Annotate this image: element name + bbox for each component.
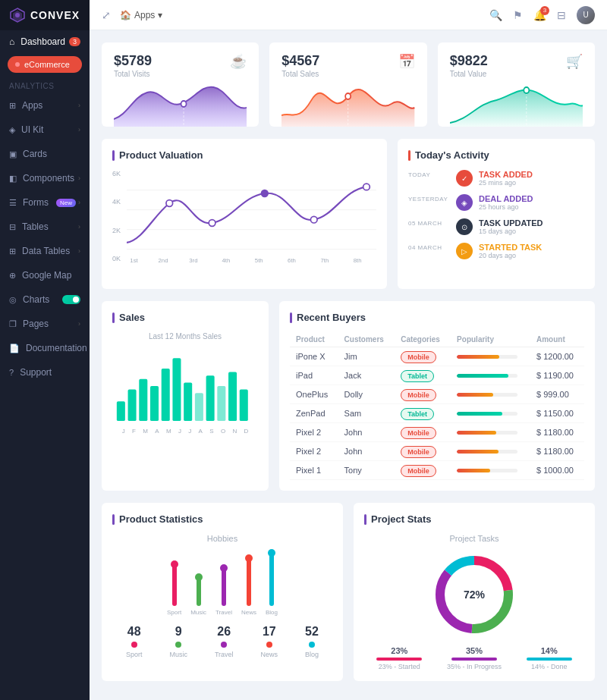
cell-category: Tablet <box>395 404 451 423</box>
svg-point-16 <box>310 216 317 223</box>
svg-rect-37 <box>240 390 248 421</box>
svg-point-15 <box>261 190 268 197</box>
table-row: iPone X Jim Mobile $ 1200.00 <box>290 347 584 366</box>
hobby-column: Blog <box>266 553 278 616</box>
visits-icon: ☕ <box>230 53 247 70</box>
search-icon[interactable]: 🔍 <box>489 9 502 21</box>
activity-text: STARTED TASK 20 days ago <box>479 243 584 259</box>
activity-text: TASK UPDATED 15 days ago <box>479 218 584 235</box>
sidebar-item-ecommerce[interactable]: eCommerce <box>8 56 82 73</box>
logo-icon <box>9 7 26 24</box>
hobby-column: Travel <box>215 553 232 616</box>
cell-amount: $ 1150.00 <box>530 404 584 423</box>
activity-text: TASK ADDED 25 mins ago <box>479 170 584 187</box>
sidebar: CONVEX ⌂ Dashboard 3 eCommerce Analytics… <box>0 0 90 700</box>
cell-popularity <box>451 442 530 461</box>
value-icon: 🛒 <box>566 53 583 70</box>
col-categories: Categories <box>395 332 451 347</box>
svg-rect-34 <box>206 375 215 421</box>
chevron-right-icon: › <box>78 199 80 206</box>
datatables-label: Data Tables <box>22 246 70 256</box>
value-value: $9822 <box>450 53 488 69</box>
stat-card-visits: $5789 Total Visits ☕ <box>102 42 259 127</box>
project-stats-card: Project Stats Project Tasks <box>354 503 595 681</box>
project-stats-title: Project Stats <box>364 513 584 525</box>
bookmark-icon[interactable]: ⚑ <box>513 9 523 21</box>
sidebar-item-components[interactable]: ◧ Components › <box>0 166 90 190</box>
hobby-column: Music <box>190 553 206 616</box>
sidebar-item-cards[interactable]: ▣ Cards <box>0 142 90 166</box>
sidebar-item-dashboard[interactable]: ⌂ Dashboard 3 <box>0 30 90 53</box>
y-label-2k: 2K <box>112 227 121 234</box>
stat-card-value: $9822 Total Value 🛒 <box>438 42 595 127</box>
main-content: ⤢ 🏠 Apps ▾ 🔍 ⚑ 🔔 3 ⊟ U <box>90 0 607 700</box>
dashboard-label: Dashboard <box>20 36 65 47</box>
content-area: $5789 Total Visits ☕ <box>90 30 607 700</box>
activity-time: 15 days ago <box>479 228 584 235</box>
cell-amount: $ 1190.00 <box>530 366 584 385</box>
charts-toggle[interactable] <box>62 295 80 304</box>
chevron-right-icon: › <box>78 126 80 133</box>
cell-amount: $ 1000.00 <box>530 461 584 480</box>
svg-point-2 <box>15 13 20 17</box>
svg-text:3rd: 3rd <box>189 257 197 264</box>
activity-list: TODAY ✓ TASK ADDED 25 mins ago YESTERDAY… <box>408 170 584 259</box>
table-row: ZenPad Sam Tablet $ 1150.00 <box>290 404 584 423</box>
cell-popularity <box>451 366 530 385</box>
notification-badge: 3 <box>540 6 549 15</box>
cell-customer: John <box>338 423 395 442</box>
bars-icon[interactable]: ⊟ <box>557 9 566 21</box>
cell-customer: Jack <box>338 366 395 385</box>
home-icon: ⌂ <box>9 36 14 47</box>
stat-num-item: 52 Blog <box>305 625 319 658</box>
activity-item: YESTERDAY ◈ DEAL ADDED 25 hours ago <box>408 194 584 211</box>
avatar[interactable]: U <box>577 6 595 24</box>
table-row: Pixel 2 John Mobile $ 1180.00 <box>290 442 584 461</box>
svg-text:1st: 1st <box>130 257 138 264</box>
sidebar-item-forms[interactable]: ☰ Forms New › <box>0 190 90 215</box>
activity-item: TODAY ✓ TASK ADDED 25 mins ago <box>408 170 584 187</box>
breadcrumb[interactable]: 🏠 Apps ▾ <box>120 10 162 20</box>
activity-title: Today's Activity <box>408 149 584 161</box>
sidebar-item-google-map[interactable]: ⊕ Google Map <box>0 263 90 287</box>
stat-num-item: 26 Travel <box>215 625 234 658</box>
sidebar-item-apps[interactable]: ⊞ Apps › <box>0 93 90 118</box>
breadcrumb-label: Apps <box>134 10 155 20</box>
logo-text: CONVEX <box>30 9 80 21</box>
cell-amount: $ 1180.00 <box>530 423 584 442</box>
sidebar-item-documentation[interactable]: 📄 Documentation <box>0 336 90 360</box>
charts-icon: ◎ <box>9 295 17 305</box>
cell-customer: Tony <box>338 461 395 480</box>
stat-num-item: 48 Sport <box>126 625 143 658</box>
chevron-right-icon: › <box>78 223 80 231</box>
donut-chart-wrap: 72% <box>364 549 584 640</box>
ecommerce-dot <box>15 62 20 67</box>
svg-text:6th: 6th <box>288 257 296 264</box>
forms-icon: ☰ <box>9 198 17 208</box>
notification-icon-wrap[interactable]: 🔔 3 <box>533 9 546 21</box>
cell-customer: John <box>338 442 395 461</box>
svg-text:4th: 4th <box>222 257 231 264</box>
col-product: Product <box>290 332 338 347</box>
map-label: Google Map <box>22 270 71 281</box>
sidebar-item-charts[interactable]: ◎ Charts <box>0 287 90 312</box>
svg-text:7th: 7th <box>320 257 329 264</box>
sidebar-item-data-tables[interactable]: ⊞ Data Tables › <box>0 239 90 263</box>
svg-rect-36 <box>228 372 237 421</box>
product-stats-title: Product Statistics <box>112 513 332 525</box>
forms-new-badge: New <box>56 199 76 207</box>
legend-item: 23% 23% - Started <box>376 646 422 670</box>
cell-category: Mobile <box>395 385 451 404</box>
sidebar-item-tables[interactable]: ⊟ Tables › <box>0 215 90 239</box>
stat-cards: $5789 Total Visits ☕ <box>102 42 595 127</box>
apps-label: Apps <box>22 100 42 111</box>
sidebar-item-pages[interactable]: ❐ Pages › <box>0 312 90 336</box>
stat-card-sales: $4567 Total Sales 📅 <box>269 42 426 127</box>
sidebar-item-support[interactable]: ? Support <box>0 360 90 385</box>
sidebar-item-ui-kit[interactable]: ◈ UI Kit › <box>0 118 90 142</box>
expand-icon[interactable]: ⤢ <box>102 9 111 21</box>
project-legend: 23% 23% - Started 35% 35% - In Progress … <box>364 646 584 670</box>
cell-product: Pixel 2 <box>290 442 338 461</box>
analytics-section-label: Analytics <box>0 76 90 93</box>
table-row: Pixel 1 Tony Mobile $ 1000.00 <box>290 461 584 480</box>
